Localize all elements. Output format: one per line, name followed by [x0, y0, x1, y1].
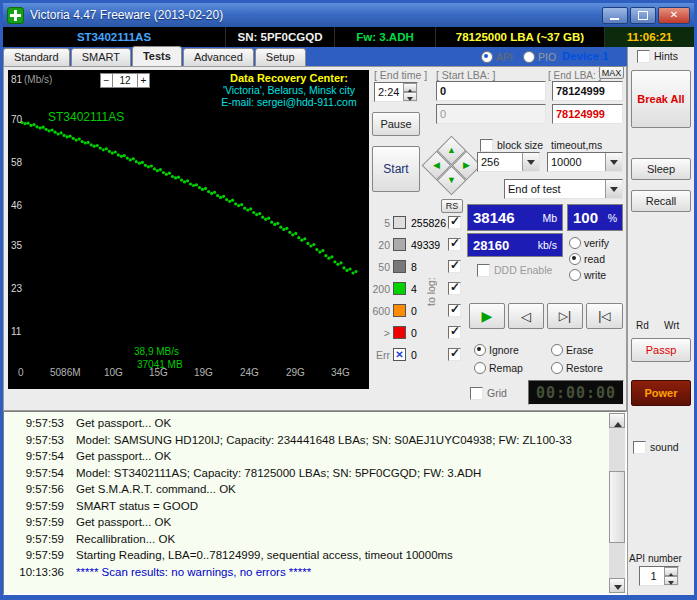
- grid-checkbox[interactable]: [470, 387, 483, 400]
- log-time: 10:13:36: [6, 564, 76, 581]
- chevron-down-icon[interactable]: [605, 180, 622, 198]
- tab-smart[interactable]: SMART: [71, 48, 131, 66]
- sound-checkbox[interactable]: [633, 441, 646, 454]
- swatch-200ms: [393, 282, 406, 295]
- log-line: 9:57:54Model: ST3402111AS; Capacity: 781…: [6, 465, 608, 482]
- speed-readout: 28160 kb/s: [467, 233, 563, 257]
- block-size-combo[interactable]: 256: [477, 152, 540, 172]
- read-radio[interactable]: [569, 253, 581, 265]
- speed-value: 28160: [468, 238, 509, 253]
- close-button[interactable]: [658, 7, 690, 24]
- remap-radio[interactable]: [474, 362, 486, 374]
- avg-value: 12: [112, 73, 138, 88]
- count-600ms: 0: [411, 305, 417, 317]
- reverse-button[interactable]: ◁: [508, 303, 544, 329]
- tab-setup[interactable]: Setup: [255, 48, 306, 66]
- log-message: SMART status = GOOD: [76, 498, 198, 515]
- pio-radio[interactable]: [523, 51, 535, 63]
- scrollbar-thumb[interactable]: [609, 471, 625, 543]
- end-of-test-value: End of test: [505, 180, 605, 198]
- max-lba-button[interactable]: MAX: [599, 66, 624, 79]
- log-time: 9:57:59: [6, 547, 76, 564]
- block-size-checkbox[interactable]: [480, 139, 493, 152]
- drive-model: ST3402111AS: [3, 27, 226, 47]
- log-checkbox-600ms[interactable]: [448, 304, 461, 317]
- percent-unit: %: [608, 212, 622, 224]
- x-label: 29G: [286, 367, 305, 378]
- start-lba-input[interactable]: 0: [436, 81, 546, 101]
- y-label: 81: [11, 74, 22, 85]
- title-bar[interactable]: Victoria 4.47 Freeware (2013-02-20): [3, 3, 694, 27]
- pause-button[interactable]: Pause: [372, 112, 420, 136]
- threshold-label-err: Err: [370, 349, 390, 361]
- clock: 11:06:21: [605, 27, 694, 47]
- spin-down-icon[interactable]: [403, 92, 417, 101]
- tab-tests[interactable]: Tests: [132, 46, 182, 66]
- log-checkbox-20ms[interactable]: [448, 238, 461, 251]
- pio-radio-label: PIO: [538, 51, 556, 63]
- power-button[interactable]: Power: [631, 380, 691, 406]
- x-label: 34G: [331, 367, 350, 378]
- spin-up-icon[interactable]: [664, 567, 678, 576]
- timeout-combo[interactable]: 10000: [547, 152, 623, 172]
- x-label: 5086M: [50, 367, 81, 378]
- window-title: Victoria 4.47 Freeware (2013-02-20): [30, 8, 223, 22]
- sleep-button[interactable]: Sleep: [631, 158, 691, 180]
- ignore-radio[interactable]: [474, 344, 486, 356]
- hints-checkbox[interactable]: [637, 50, 650, 63]
- chevron-down-icon[interactable]: [605, 153, 622, 171]
- y-label: 35: [11, 240, 22, 251]
- rs-button[interactable]: RS: [441, 199, 463, 213]
- write-radio[interactable]: [569, 269, 581, 281]
- log-scrollbar[interactable]: [609, 413, 625, 593]
- log-line: 9:57:53Get passport... OK: [6, 415, 608, 432]
- skip-back-icon: |◁: [598, 309, 610, 323]
- end-time-spinner[interactable]: 2:24: [374, 82, 418, 102]
- api-radio[interactable]: [481, 51, 493, 63]
- log-time: 9:57:54: [6, 465, 76, 482]
- skip-forward-button[interactable]: ▷|: [547, 303, 583, 329]
- end-of-test-combo[interactable]: End of test: [504, 179, 623, 199]
- start-button[interactable]: Start: [372, 146, 420, 192]
- log-checkbox-50ms[interactable]: [448, 260, 461, 273]
- log-panel: 9:57:53Get passport... OK 9:57:53Model: …: [3, 411, 627, 595]
- recall-button[interactable]: Recall: [631, 190, 691, 212]
- maximize-button[interactable]: [630, 7, 656, 24]
- tab-advanced[interactable]: Advanced: [183, 48, 254, 66]
- log-checkbox-5ms[interactable]: [448, 216, 461, 229]
- spin-down-icon[interactable]: [664, 576, 678, 585]
- minimize-button[interactable]: [602, 7, 628, 24]
- restore-radio-label: Restore: [566, 362, 603, 374]
- timeout-value: 10000: [548, 153, 605, 171]
- drive-serial: SN: 5PF0CGQD: [226, 27, 335, 47]
- threshold-label-20: 20: [370, 239, 390, 251]
- y-label: 58: [11, 157, 22, 168]
- verify-radio[interactable]: [569, 237, 581, 249]
- y-label: 46: [11, 200, 22, 211]
- api-number-label: API number: [629, 553, 682, 564]
- x-label: 10G: [104, 367, 123, 378]
- ddd-enable-checkbox[interactable]: [477, 264, 490, 277]
- log-line: 9:57:59Starting Reading, LBA=0..78124999…: [6, 547, 608, 564]
- rd-label: Rd: [636, 320, 649, 331]
- log-checkbox-over[interactable]: [448, 326, 461, 339]
- passp-button[interactable]: Passp: [631, 338, 691, 362]
- threshold-label-200: 200: [370, 283, 390, 295]
- break-all-button[interactable]: Break All: [631, 70, 691, 128]
- play-button[interactable]: ▶: [469, 303, 505, 329]
- log-checkbox-err[interactable]: [448, 348, 461, 361]
- tab-standard[interactable]: Standard: [3, 48, 70, 66]
- erase-radio[interactable]: [551, 344, 563, 356]
- end-time-label: [ End time ]: [374, 69, 427, 81]
- skip-back-button[interactable]: |◁: [586, 303, 623, 329]
- log-message: Model: SAMSUNG HD120IJ; Capacity: 234441…: [76, 432, 572, 449]
- chevron-down-icon[interactable]: [522, 153, 539, 171]
- scroll-down-icon[interactable]: [609, 578, 625, 593]
- avg-plus-button[interactable]: +: [137, 73, 150, 88]
- scroll-up-icon[interactable]: [609, 413, 625, 428]
- spin-up-icon[interactable]: [403, 83, 417, 92]
- log-checkbox-200ms[interactable]: [448, 282, 461, 295]
- end-lba-input[interactable]: 78124999: [552, 81, 623, 101]
- restore-radio[interactable]: [551, 362, 563, 374]
- api-number-spinner[interactable]: 1: [639, 566, 679, 586]
